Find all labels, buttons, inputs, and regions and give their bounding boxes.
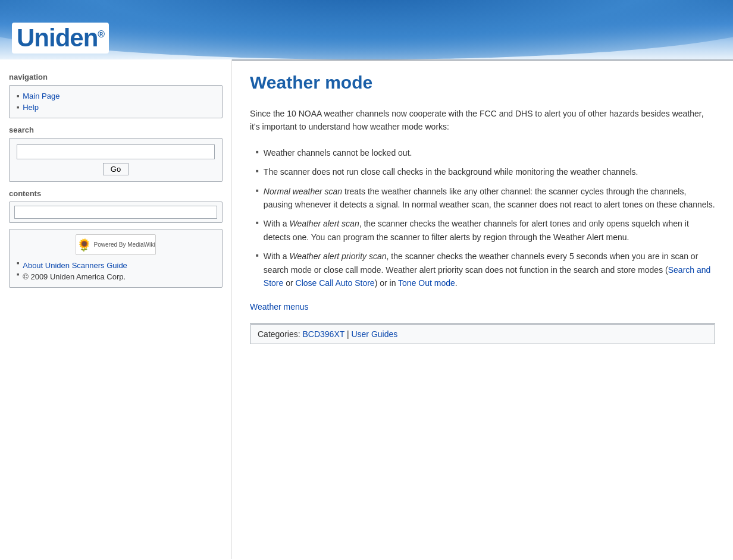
powered-box: 🌻 Powered By MediaWiki About Uniden Scan… bbox=[9, 229, 223, 288]
logo-area: Uniden® bbox=[12, 23, 109, 54]
footer-links-list: About Uniden Scanners Guide © 2009 Unide… bbox=[17, 260, 215, 282]
bullet-item-3: Normal weather scan treats the weather c… bbox=[256, 182, 715, 215]
bullet-item-5: With a Weather alert priority scan, the … bbox=[256, 247, 715, 292]
tone-out-mode-link[interactable]: Tone Out mode bbox=[398, 278, 455, 288]
contents-box bbox=[9, 202, 223, 223]
header: Uniden® bbox=[0, 0, 733, 59]
bullet-text-5: With a Weather alert priority scan, the … bbox=[264, 250, 715, 290]
italic-weather-alert-priority-scan: Weather alert priority scan bbox=[289, 251, 386, 261]
navigation-box: Main Page Help bbox=[9, 85, 223, 118]
sidebar: navigation Main Page Help search Go cont… bbox=[0, 59, 232, 559]
intro-paragraph: Since the 10 NOAA weather channels now c… bbox=[250, 107, 715, 134]
copyright-text: © 2009 Uniden America Corp. bbox=[23, 272, 126, 281]
logo: Uniden® bbox=[12, 23, 109, 54]
footer-copyright: © 2009 Uniden America Corp. bbox=[17, 271, 215, 282]
nav-item-help[interactable]: Help bbox=[17, 102, 215, 113]
weather-menus-link[interactable]: Weather menus bbox=[250, 302, 715, 312]
contents-input[interactable] bbox=[14, 206, 217, 219]
category-bcd396xt-link[interactable]: BCD396XT bbox=[302, 329, 344, 339]
sunflower-icon: 🌻 bbox=[77, 238, 92, 252]
logo-wordmark: Uniden bbox=[17, 24, 98, 52]
logo-trademark: ® bbox=[98, 29, 104, 39]
bullet-text-4: With a Weather alert scan, the scanner c… bbox=[264, 217, 715, 244]
bullet-item-1: Weather channels cannot be locked out. bbox=[256, 143, 715, 162]
search-input[interactable] bbox=[17, 144, 215, 159]
bullet-text-1: Weather channels cannot be locked out. bbox=[264, 146, 412, 159]
nav-link-help[interactable]: Help bbox=[23, 103, 39, 112]
contents-label: contents bbox=[9, 189, 223, 198]
italic-weather-alert-scan: Weather alert scan bbox=[289, 219, 359, 228]
nav-list: Main Page Help bbox=[17, 90, 215, 113]
mediawiki-badge: 🌻 Powered By MediaWiki bbox=[76, 234, 156, 255]
footer-link-about[interactable]: About Uniden Scanners Guide bbox=[17, 260, 215, 271]
powered-by-text: Powered By MediaWiki bbox=[94, 241, 155, 248]
nav-item-main-page[interactable]: Main Page bbox=[17, 90, 215, 102]
main-content: Weather mode Since the 10 NOAA weather c… bbox=[232, 59, 733, 559]
bullet-list: Weather channels cannot be locked out. T… bbox=[250, 143, 715, 293]
italic-normal-weather-scan: Normal weather scan bbox=[264, 187, 342, 196]
close-call-auto-store-link[interactable]: Close Call Auto Store bbox=[296, 278, 375, 288]
go-button[interactable]: Go bbox=[103, 163, 129, 175]
bullet-text-3: Normal weather scan treats the weather c… bbox=[264, 185, 715, 212]
category-user-guides-link[interactable]: User Guides bbox=[351, 329, 397, 339]
search-box: Go bbox=[9, 138, 223, 182]
bullet-text-2: The scanner does not run close call chec… bbox=[264, 165, 638, 178]
mediawiki-logo: 🌻 Powered By MediaWiki bbox=[17, 234, 215, 255]
bullet-item-2: The scanner does not run close call chec… bbox=[256, 162, 715, 181]
categories-box: Categories: BCD396XT | User Guides bbox=[250, 324, 715, 344]
bullet-item-4: With a Weather alert scan, the scanner c… bbox=[256, 214, 715, 247]
page-layout: navigation Main Page Help search Go cont… bbox=[0, 59, 733, 559]
categories-label: Categories bbox=[258, 329, 298, 339]
navigation-label: navigation bbox=[9, 73, 223, 81]
search-label: search bbox=[9, 125, 223, 134]
page-title: Weather mode bbox=[250, 73, 715, 97]
about-link[interactable]: About Uniden Scanners Guide bbox=[23, 261, 127, 270]
nav-link-main-page[interactable]: Main Page bbox=[23, 92, 59, 100]
